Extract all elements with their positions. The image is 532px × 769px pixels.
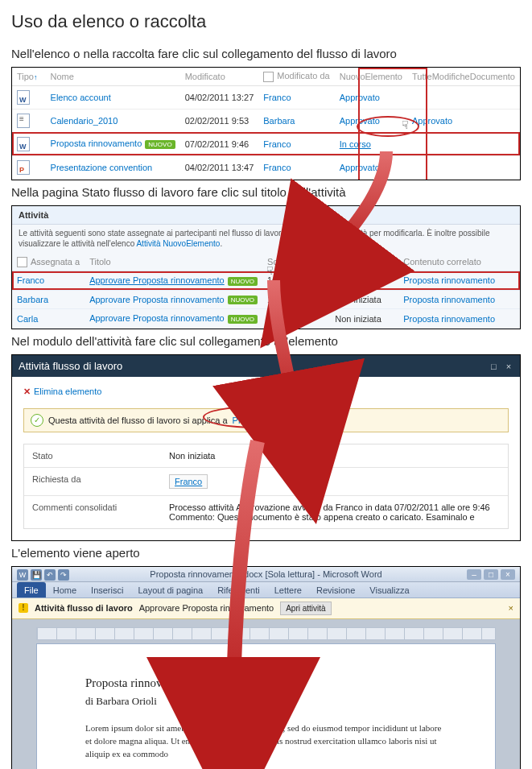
- ribbon-tab-riferimenti[interactable]: Riferimenti: [210, 582, 267, 597]
- field-commenti-label: Commenti consolidati: [24, 496, 161, 528]
- new-badge: NUOVO: [145, 140, 175, 149]
- col-tuttemodifiche-header[interactable]: TutteModificheDocumento: [407, 68, 520, 85]
- msgbar-label: Attività flusso di lavoro: [35, 603, 133, 613]
- ribbon-tab-file[interactable]: File: [17, 582, 46, 597]
- assigned-link[interactable]: Carla: [17, 314, 38, 324]
- notice-text: Questa attività del flusso di lavoro si …: [48, 416, 228, 425]
- task-title-link[interactable]: Approvare Proposta rinnovamento: [89, 275, 225, 285]
- task-title-link[interactable]: Approvare Proposta rinnovamento: [89, 313, 225, 323]
- step4-heading: L'elemento viene aperto: [11, 546, 521, 560]
- cell-modified: 02/02/2011 9:53: [180, 109, 259, 132]
- word-page-area: Proposta rinnovamento di Barbara Orioli …: [12, 619, 520, 769]
- cell-modifiedby[interactable]: Barbara: [263, 116, 295, 126]
- ruler[interactable]: [36, 627, 496, 640]
- task-form-titlebar: Attività flusso di lavoro □ ×: [12, 355, 520, 377]
- redo-icon[interactable]: ↷: [58, 569, 69, 581]
- assigned-link[interactable]: Franco: [17, 275, 44, 285]
- col-nuovoelemento-header[interactable]: NuovoElemento: [335, 68, 407, 85]
- sort-arrow-icon: ↑: [34, 73, 38, 81]
- delete-item-link[interactable]: ✕ Elimina elemento: [23, 387, 101, 397]
- close-icon[interactable]: ×: [501, 569, 515, 580]
- table-row[interactable]: Calendario_201002/02/2011 9:53BarbaraApp…: [12, 109, 520, 132]
- task-panel-desc: Le attività seguenti sono state assegnat…: [12, 225, 520, 254]
- item-name-link[interactable]: Elenco account: [51, 93, 111, 102]
- workflow-status-panel: Attività Le attività seguenti sono state…: [11, 205, 521, 329]
- checkbox-icon[interactable]: [17, 257, 27, 267]
- task-desc-link[interactable]: Attività NuovoElemento: [136, 239, 220, 248]
- x-icon: ✕: [23, 387, 31, 397]
- workflow-status-link[interactable]: Approvato: [340, 163, 380, 172]
- notice-item-link[interactable]: Proposta rinnovamento: [233, 416, 324, 425]
- warning-icon: !: [19, 603, 28, 613]
- cell-status: Non iniziata: [330, 271, 398, 291]
- related-content-link[interactable]: Proposta rinnovamento: [403, 314, 495, 324]
- undo-icon[interactable]: ↶: [44, 569, 56, 581]
- task-form-title: Attività flusso di lavoro: [19, 360, 122, 372]
- assigned-link[interactable]: Barbara: [17, 295, 48, 304]
- workflow-status-link[interactable]: Approvato: [412, 116, 452, 126]
- cell-duedate: 10/02/2011: [262, 271, 330, 291]
- col-tipo-header[interactable]: Tipo↑: [12, 68, 46, 85]
- step2-heading: Nella pagina Stato flusso di lavoro fare…: [11, 185, 521, 199]
- doc-type-icon: [17, 90, 30, 105]
- item-name-link[interactable]: Calendario_2010: [51, 116, 118, 126]
- minimize-icon[interactable]: –: [467, 569, 481, 580]
- task-title-link[interactable]: Approvare Proposta rinnovamento: [89, 295, 225, 304]
- field-commenti-value: Processo attività Approvazione avviato d…: [161, 496, 508, 528]
- doc-type-icon: [17, 137, 30, 151]
- workflow-status-link[interactable]: In corso: [340, 139, 371, 149]
- cell-modifiedby[interactable]: Franco: [263, 93, 291, 102]
- new-badge: NUOVO: [228, 277, 258, 286]
- checkbox-icon[interactable]: [263, 72, 274, 82]
- item-name-link[interactable]: Proposta rinnovamento: [51, 139, 142, 148]
- doc-author: di Barbara Orioli: [85, 695, 447, 708]
- task-panel-title: Attività: [12, 206, 520, 225]
- col-nome-header[interactable]: Nome: [46, 68, 180, 85]
- step1-heading: Nell'elenco o nella raccolta fare clic s…: [11, 47, 521, 60]
- quick-access-toolbar[interactable]: W 💾 ↶ ↷: [17, 569, 69, 581]
- table-row[interactable]: BarbaraApprovare Proposta rinnovamentoNU…: [12, 290, 520, 309]
- new-badge: NUOVO: [228, 315, 258, 324]
- doc-type-icon: [17, 114, 30, 128]
- col-modificatoda-header[interactable]: Modificato da: [258, 68, 334, 85]
- workflow-status-link[interactable]: Approvato: [340, 93, 380, 102]
- table-row[interactable]: Elenco account04/02/2011 13:27FrancoAppr…: [12, 85, 520, 109]
- save-icon[interactable]: 💾: [31, 569, 42, 581]
- table-row[interactable]: Proposta rinnovamentoNUOVO07/02/2011 9:4…: [12, 132, 520, 155]
- word-message-bar: ! Attività flusso di lavoro Approvare Pr…: [12, 598, 520, 619]
- cell-modifiedby[interactable]: Franco: [263, 163, 291, 172]
- cell-duedate: 10/02/2011: [262, 290, 330, 309]
- item-name-link[interactable]: Presentazione convention: [51, 163, 153, 172]
- maximize-icon[interactable]: □: [489, 362, 498, 371]
- ribbon-tab-lettere[interactable]: Lettere: [267, 582, 309, 597]
- main-heading: Uso da elenco o raccolta: [11, 11, 521, 32]
- ribbon-tab-home[interactable]: Home: [46, 582, 84, 597]
- task-form-fields: Stato Non iniziata Richiesta da Franco C…: [23, 444, 509, 529]
- related-content-link[interactable]: Proposta rinnovamento: [403, 295, 495, 304]
- word-page: Proposta rinnovamento di Barbara Orioli …: [36, 643, 496, 769]
- word-ribbon: FileHomeInserisciLayout di paginaRiferim…: [12, 582, 520, 598]
- col-modificato-header[interactable]: Modificato: [180, 68, 259, 85]
- check-circle-icon: ✓: [31, 414, 43, 427]
- workflow-status-link[interactable]: Approvato: [340, 116, 380, 126]
- table-row[interactable]: FrancoApprovare Proposta rinnovamentoNUO…: [12, 271, 520, 291]
- word-title: Proposta rinnovamento.docx [Sola lettura…: [150, 569, 381, 579]
- maximize-icon[interactable]: □: [484, 569, 498, 580]
- table-row[interactable]: Presentazione convention04/02/2011 13:47…: [12, 155, 520, 179]
- msgbar-text: Approvare Proposta rinnovamento: [139, 603, 274, 613]
- table-row[interactable]: CarlaApprovare Proposta rinnovamentoNUOV…: [12, 309, 520, 329]
- ribbon-tab-visualizza[interactable]: Visualizza: [362, 582, 416, 597]
- close-icon[interactable]: ×: [504, 362, 513, 371]
- ribbon-tab-inserisci[interactable]: Inserisci: [84, 582, 130, 597]
- ribbon-tab-layout-di-pagina[interactable]: Layout di pagina: [130, 582, 210, 597]
- doc-type-icon: [17, 160, 30, 175]
- field-richiesta-value[interactable]: Franco: [169, 474, 208, 489]
- close-msgbar-icon[interactable]: ×: [509, 603, 513, 613]
- notice-bar: ✓ Questa attività del flusso di lavoro s…: [23, 408, 509, 432]
- open-task-button[interactable]: Apri attività: [280, 602, 331, 615]
- ribbon-tab-revisione[interactable]: Revisione: [309, 582, 362, 597]
- cell-modified: 04/02/2011 13:27: [180, 85, 259, 109]
- cell-modifiedby[interactable]: Franco: [263, 139, 291, 149]
- word-logo-icon: W: [17, 569, 28, 581]
- related-content-link[interactable]: Proposta rinnovamento: [403, 275, 495, 285]
